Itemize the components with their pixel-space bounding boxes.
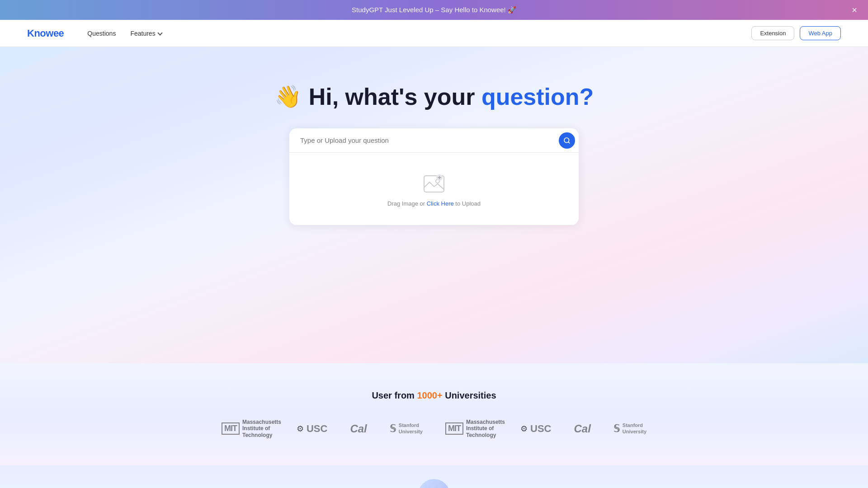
- upload-text-static: Drag Image or: [387, 200, 427, 207]
- wave-icon: 👋: [274, 84, 302, 109]
- navbar: Knowee Questions Features Extension Web …: [0, 20, 868, 47]
- search-icon: [563, 137, 571, 144]
- list-item: ⚙ USC: [297, 423, 327, 435]
- usc-logo-text-2: USC: [530, 423, 551, 435]
- upload-text: Drag Image or Click Here to Upload: [387, 200, 481, 207]
- university-logos: MIT Massachusetts Institute of Technolog…: [222, 419, 646, 438]
- list-item: ⚙ USC: [520, 423, 551, 435]
- stanford-logo-text-2: StanfordUniversity: [623, 422, 646, 434]
- uni-count: 1000+: [417, 390, 442, 400]
- list-item: MIT Massachusetts Institute of Technolog…: [445, 419, 498, 438]
- universities-title: User from 1000+ Universities: [372, 390, 496, 401]
- upload-area[interactable]: Drag Image or Click Here to Upload: [289, 153, 579, 225]
- usc-torch-icon-2: ⚙: [520, 424, 528, 434]
- upload-image-icon: [422, 171, 446, 195]
- homework-decoration: [418, 479, 450, 488]
- hero-section: 👋 Hi, what's your question?: [0, 47, 868, 363]
- mit-logo-letters: MIT: [222, 422, 240, 435]
- nav-features-label: Features: [130, 30, 155, 37]
- cal-logo-text-2: Cal: [574, 422, 590, 435]
- usc-torch-icon: ⚙: [297, 424, 304, 434]
- announcement-bar: StudyGPT Just Leveled Up – Say Hello to …: [0, 0, 868, 20]
- nav-features[interactable]: Features: [125, 27, 167, 40]
- announcement-close-button[interactable]: ×: [850, 4, 859, 16]
- upload-text-suffix: to Upload: [454, 200, 481, 207]
- webapp-button[interactable]: Web App: [800, 26, 841, 40]
- usc-logo-text: USC: [307, 423, 327, 435]
- navbar-actions: Extension Web App: [751, 26, 841, 40]
- mit-logo-text: Massachusetts Institute of Technology: [242, 419, 274, 438]
- nav-questions[interactable]: Questions: [82, 27, 121, 40]
- chevron-down-icon: [157, 30, 162, 35]
- cal-logo-text: Cal: [350, 422, 367, 435]
- mit-logo-text-2: Massachusetts Institute of Technology: [466, 419, 498, 438]
- search-input-row: [289, 128, 579, 153]
- navbar-links: Questions Features: [82, 27, 751, 40]
- homework-section: Homework Help: [0, 465, 868, 488]
- extension-button[interactable]: Extension: [751, 26, 794, 40]
- list-item: 𝕊 StanfordUniversity: [613, 422, 646, 434]
- announcement-text: StudyGPT Just Leveled Up – Say Hello to …: [352, 6, 516, 14]
- list-item: 𝕊 StanfordUniversity: [390, 422, 423, 434]
- hero-title-highlight: question?: [481, 84, 594, 110]
- search-container: Drag Image or Click Here to Upload: [289, 128, 579, 225]
- upload-click-link[interactable]: Click Here: [427, 200, 454, 207]
- search-button[interactable]: [559, 132, 575, 149]
- uni-title-suffix: Universities: [443, 390, 496, 400]
- hero-title-prefix: Hi, what's your: [309, 84, 475, 110]
- hero-title-text: Hi, what's your question?: [309, 83, 594, 110]
- stanford-s-icon-2: 𝕊: [613, 423, 620, 435]
- mit-logo-letters-2: MIT: [445, 422, 463, 435]
- search-input[interactable]: [297, 130, 559, 150]
- uni-title-prefix: User from: [372, 390, 417, 400]
- stanford-s-icon: 𝕊: [390, 423, 396, 435]
- list-item: Cal: [350, 422, 367, 435]
- hero-title: 👋 Hi, what's your question?: [274, 83, 594, 110]
- stanford-logo-text: StanfordUniversity: [399, 422, 423, 434]
- universities-section: User from 1000+ Universities MIT Massach…: [0, 363, 868, 465]
- list-item: Cal: [574, 422, 590, 435]
- list-item: MIT Massachusetts Institute of Technolog…: [222, 419, 274, 438]
- svg-line-1: [568, 142, 570, 143]
- logo[interactable]: Knowee: [27, 28, 64, 39]
